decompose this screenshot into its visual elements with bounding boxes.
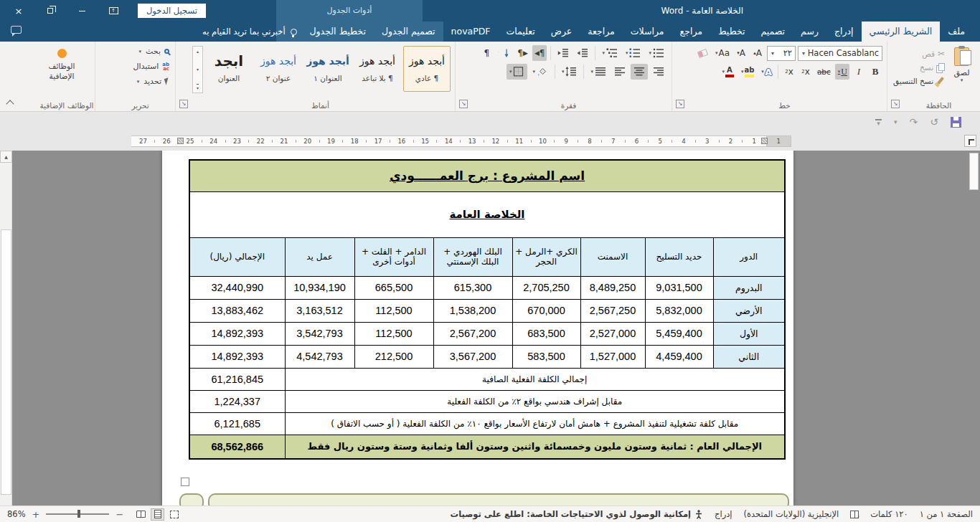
shrink-font-button[interactable]: A▾ [734, 45, 748, 61]
ltr-text-direction-button[interactable]: ▶¶ [515, 45, 530, 61]
column-header[interactable]: حديد التسليح [645, 237, 713, 276]
column-header[interactable]: الكري +الرمل + الحجر [512, 237, 580, 276]
project-title-cell[interactable]: اسم المشروع : برج العمــــــودي [189, 160, 785, 191]
select-button[interactable]: تحديد ▾ [95, 74, 175, 89]
find-button[interactable]: بحث ▾ [95, 44, 175, 59]
align-center-button[interactable] [631, 64, 648, 80]
tab-3[interactable]: رسم [793, 22, 826, 42]
table-anchor-box[interactable] [181, 478, 189, 486]
right-indent-marker[interactable] [761, 138, 768, 144]
tab-0[interactable]: ملف [940, 22, 973, 42]
floor-name-cell[interactable]: الأول [713, 322, 785, 345]
replace-button[interactable]: abac استبدال [95, 59, 175, 74]
floor-name-cell[interactable]: الثاني [713, 345, 785, 368]
summary-value-cell[interactable]: 1,224,337 [189, 390, 285, 412]
highlight-color-button[interactable]: ab▾ [738, 64, 756, 80]
document-page[interactable]: اسم المشروع : برج العمــــــوديالخلاصة ا… [162, 151, 793, 506]
proofing-status[interactable] [850, 511, 859, 518]
value-cell[interactable]: 3,542,793 [285, 322, 354, 345]
value-cell[interactable]: 212,500 [354, 345, 433, 368]
grow-font-button[interactable]: A▴ [750, 45, 765, 61]
format-painter-button[interactable]: نسخ التنسيق [893, 74, 945, 87]
column-header[interactable]: البلك الهوردي + البلك الإسمنتي [433, 237, 512, 276]
tab-6[interactable]: مراجع [672, 22, 710, 42]
value-cell[interactable]: 4,542,793 [285, 345, 354, 368]
font-dialog-launcher[interactable]: ↘ [676, 100, 684, 108]
font-color-button[interactable]: A▾ [719, 64, 736, 80]
tab-2[interactable]: إدراج [826, 22, 862, 42]
save-icon[interactable] [951, 117, 961, 128]
page-number-indicator[interactable]: الصفحة ١ من ١ [920, 509, 973, 519]
accessibility-status[interactable]: إمكانية الوصول لذوي الاحتياجات الخاصة: ا… [451, 509, 703, 519]
clipboard-dialog-launcher[interactable]: ↘ [891, 100, 900, 108]
minimize-window-icon[interactable] [66, 0, 98, 22]
tab-9[interactable]: عرض [543, 22, 580, 42]
zoom-in-icon[interactable]: + [32, 510, 40, 519]
style-card-1[interactable]: أبجد هوز¶ بلا تباعد [354, 46, 401, 92]
bold-button[interactable]: B [868, 64, 882, 80]
paragraph-dialog-launcher[interactable]: ↘ [459, 100, 468, 108]
floor-name-cell[interactable]: البدروم [713, 276, 785, 299]
addins-button[interactable]: الوظائف الإضافية [29, 44, 95, 81]
summary-label-cell[interactable]: إجمالي الكلفة الفعلية الصافية [285, 368, 785, 390]
value-cell[interactable]: 583,500 [512, 345, 580, 368]
redo-icon[interactable]: ↷ [910, 117, 918, 127]
value-cell[interactable]: 3,163,512 [285, 299, 354, 322]
style-card-3[interactable]: أبجد هوزعنوان ٢ [255, 46, 302, 92]
value-cell[interactable]: 13,883,462 [189, 299, 285, 322]
style-card-2[interactable]: أبجد هوزالعنوان ١ [304, 46, 352, 92]
value-cell[interactable]: 615,300 [433, 276, 512, 299]
underline-button[interactable]: U▾ [835, 64, 849, 80]
tab-12[interactable]: تصميم الجدول [374, 22, 443, 42]
grand-total-value-cell[interactable]: 68,562,866 [189, 435, 285, 459]
value-cell[interactable]: 112,500 [354, 299, 433, 322]
align-right-button[interactable] [650, 64, 667, 80]
superscript-button[interactable]: x2 [782, 64, 796, 80]
ribbon-display-options-icon[interactable]: ↑ [98, 0, 129, 22]
undo-icon[interactable]: ↺ [930, 117, 938, 127]
qat-more-dropdown-icon[interactable]: ▾ [894, 119, 897, 125]
scrollbar-thumb[interactable] [1, 229, 11, 495]
paste-button[interactable]: لصق ▾ [949, 45, 974, 87]
summary-label-cell[interactable]: مقابل كلفة تشغيلية لتنفيذ المشروع + هامش… [285, 412, 785, 435]
tab-novapdf[interactable]: novaPDF [443, 22, 499, 42]
align-left-button[interactable] [611, 64, 628, 80]
web-layout-button[interactable] [167, 508, 181, 521]
value-cell[interactable]: 5,459,400 [645, 322, 713, 345]
zoom-level[interactable]: 86% [7, 509, 26, 519]
multilevel-list-button[interactable]: ▾ [599, 45, 621, 61]
summary-table[interactable]: اسم المشروع : برج العمــــــوديالخلاصة ا… [189, 159, 786, 460]
tab-4[interactable]: تصميم [753, 22, 793, 42]
tab-1[interactable]: الشريط الرئيسي [862, 22, 941, 42]
show-paragraph-marks-button[interactable]: ¶ [479, 45, 494, 61]
collapse-ribbon-icon[interactable] [6, 100, 14, 108]
justify-button[interactable]: ▾ [588, 64, 609, 80]
increase-indent-button[interactable] [555, 45, 572, 61]
value-cell[interactable]: 2,567,250 [580, 299, 645, 322]
next-section-shape[interactable] [208, 493, 789, 506]
customize-qat-icon[interactable]: ▾ [875, 119, 882, 125]
value-cell[interactable]: 1,538,200 [433, 299, 512, 322]
tab-8[interactable]: مراجعة [580, 22, 623, 42]
word-count-indicator[interactable]: ١٢٠ كلمات [870, 509, 908, 519]
column-header[interactable]: الإجمالي (ريال) [189, 237, 285, 276]
clear-formatting-button[interactable] [696, 45, 710, 61]
value-cell[interactable]: 2,567,200 [433, 322, 512, 345]
summary-label-cell[interactable]: مقابل إشراف هندسي بواقع ٢٪ من الكلفة الف… [285, 390, 785, 412]
font-size-combo[interactable]: ٢٢ ▾ [767, 46, 796, 61]
page-heading-cell[interactable]: الخلاصة العامة [189, 191, 785, 237]
value-cell[interactable]: 32,440,990 [189, 276, 285, 299]
floor-name-cell[interactable]: الأرضي [713, 299, 785, 322]
change-case-button[interactable]: Aa▾ [712, 45, 732, 61]
value-cell[interactable]: 1,527,000 [580, 345, 645, 368]
value-cell[interactable]: 2,705,250 [512, 276, 580, 299]
copy-button[interactable]: نسخ [893, 60, 945, 74]
value-cell[interactable]: 14,892,393 [189, 322, 285, 345]
tab-13[interactable]: تخطيط الجدول [301, 22, 373, 42]
column-header[interactable]: الدامر + الفلت + أدوات أخرى [354, 237, 433, 276]
zoom-out-icon[interactable]: − [116, 510, 123, 519]
value-cell[interactable]: 8,489,250 [580, 276, 645, 299]
styles-dialog-launcher[interactable]: ↘ [179, 100, 188, 108]
zoom-slider-thumb[interactable] [77, 510, 80, 518]
grand-total-label-cell[interactable]: الإجمالي العام : ثمانية وستون مليون وخمس… [285, 435, 785, 459]
